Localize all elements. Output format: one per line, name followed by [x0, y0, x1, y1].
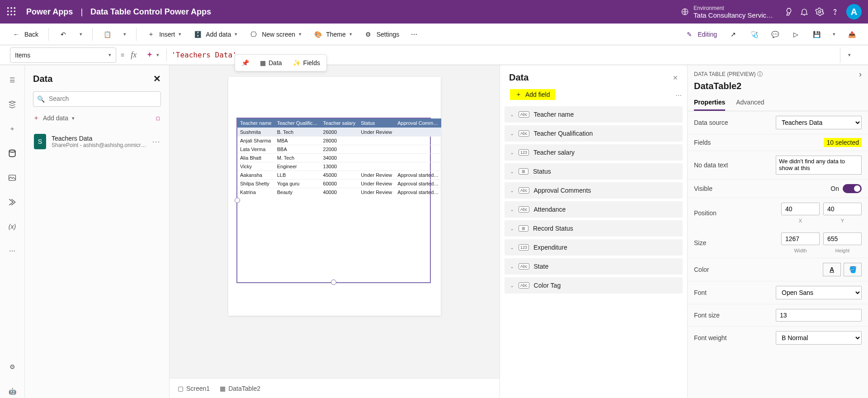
property-selector[interactable]: Items ▾	[10, 47, 116, 63]
insert-tab-icon[interactable]: ＋	[5, 122, 19, 136]
hamburger-icon[interactable]: ☰	[5, 73, 19, 87]
field-item[interactable]: ⌄AbcTeacher name	[505, 106, 683, 123]
breadcrumb-control[interactable]: ▦DataTable2	[220, 385, 260, 392]
more-icon[interactable]: ⋯	[5, 244, 19, 258]
variables-icon[interactable]: (x)	[5, 220, 19, 233]
close-icon[interactable]: ✕	[673, 74, 678, 81]
virtual-agent-icon[interactable]: 🤖	[5, 384, 19, 398]
sharepoint-icon: S	[34, 134, 46, 149]
new-screen-button[interactable]: 🖵 New screen ▾	[245, 28, 306, 41]
table-row[interactable]: Alia BhattM. Tech34000	[237, 154, 441, 162]
field-item[interactable]: ⌄123Expenditure	[505, 239, 683, 256]
copilot-button[interactable]: ▾	[143, 51, 162, 59]
field-label: Expenditure	[533, 244, 567, 251]
ellipsis-icon[interactable]: ⋯	[675, 92, 682, 99]
play-button[interactable]: ▷	[787, 28, 805, 41]
breadcrumb-screen[interactable]: ▢Screen1	[178, 385, 210, 392]
app-launcher-icon[interactable]	[6, 6, 17, 17]
font-weight-select[interactable]: B Normal	[776, 331, 862, 345]
pos-x-input[interactable]	[781, 203, 820, 215]
pin-button[interactable]: 📌	[237, 57, 254, 69]
tab-advanced[interactable]: Advanced	[736, 95, 764, 111]
data-tab-icon[interactable]	[5, 147, 19, 160]
fields-menu-button[interactable]: ✨ Fields	[288, 57, 325, 69]
paste-button[interactable]: 📋	[98, 28, 116, 41]
table-row[interactable]: Shilpa ShettyYoga guru60000Under ReviewA…	[237, 180, 441, 188]
ribbon-overflow[interactable]: ⋯	[406, 29, 422, 40]
media-tab-icon[interactable]	[5, 171, 19, 185]
help-icon[interactable]	[827, 4, 843, 19]
height-input[interactable]	[823, 232, 862, 245]
avatar[interactable]: A	[846, 4, 862, 19]
column-header[interactable]: Status	[358, 118, 395, 128]
column-header[interactable]: Teacher name	[237, 118, 274, 128]
insert-button[interactable]: ＋ Insert ▾	[142, 28, 186, 41]
field-item[interactable]: ⌄⊞Record Status	[505, 220, 683, 237]
share-button[interactable]: ↗	[724, 28, 742, 41]
app-checker-button[interactable]: 🩺	[745, 28, 763, 41]
add-data-button[interactable]: 🗄️ Add data ▾	[189, 28, 242, 41]
add-field-button[interactable]: ＋ Add field	[510, 89, 555, 100]
width-input[interactable]	[781, 232, 820, 245]
copilot-icon[interactable]	[781, 4, 797, 19]
table-row[interactable]: AakanshaLLB45000Under ReviewApproval sta…	[237, 171, 441, 180]
column-header[interactable]: Teacher Qualific…	[274, 118, 321, 128]
table-row[interactable]: KatrinaBeauty40000Under ReviewApproval s…	[237, 188, 441, 197]
back-button[interactable]: ← Back	[7, 28, 43, 41]
field-item[interactable]: ⌄AbcAttendance	[505, 201, 683, 218]
info-icon[interactable]: ⓘ	[757, 71, 763, 77]
save-button[interactable]: 💾	[807, 28, 826, 41]
table-icon: ▦	[220, 385, 226, 392]
editing-mode-button[interactable]: ✎ Editing	[680, 28, 722, 41]
expand-formula[interactable]: ▾	[840, 47, 858, 63]
save-split[interactable]: ▾	[828, 29, 840, 39]
table-row[interactable]: SushmitaB. Tech26000Under Review	[237, 128, 441, 137]
settings-button[interactable]: ⚙ Settings	[359, 28, 404, 41]
column-header[interactable]: Teacher salary	[321, 118, 359, 128]
table-row[interactable]: Anjali SharmaMBA28000	[237, 137, 441, 145]
environment-picker[interactable]: Environment Tata Consultancy Servic…	[681, 5, 773, 19]
tab-properties[interactable]: Properties	[694, 95, 725, 111]
edit-fields-link[interactable]: 10 selected	[824, 139, 862, 146]
undo-split[interactable]: ▾	[75, 29, 87, 39]
font-color-picker[interactable]: A	[823, 263, 841, 276]
expand-icon[interactable]: ›	[859, 70, 862, 79]
undo-button[interactable]: ↶	[54, 28, 72, 41]
fill-color-picker[interactable]: 🪣	[844, 263, 862, 276]
settings-icon[interactable]	[812, 4, 827, 19]
visible-toggle[interactable]	[843, 184, 862, 193]
theme-button[interactable]: 🎨 Theme ▾	[309, 28, 357, 41]
tree-view-icon[interactable]	[5, 98, 19, 111]
comments-button[interactable]: 💬	[766, 28, 784, 41]
close-icon[interactable]: ✕	[153, 73, 161, 84]
paste-split[interactable]: ▾	[119, 29, 131, 39]
search-input[interactable]	[48, 95, 157, 103]
ellipsis-icon[interactable]: ⋯	[152, 137, 160, 147]
power-automate-icon[interactable]	[5, 195, 19, 209]
field-item[interactable]: ⌄AbcApproval Comments	[505, 182, 683, 199]
datatable-control[interactable]: Teacher nameTeacher Qualific…Teacher sal…	[236, 118, 431, 283]
canvas[interactable]: 📌 ▦ Data ✨ Fields Teacher nameTeacher Qu…	[170, 65, 500, 398]
data-source-item[interactable]: S Teachers Data SharePoint - ashish@ashi…	[33, 131, 161, 152]
add-data-link[interactable]: ＋ Add data ▾ ◇	[33, 113, 161, 123]
field-item[interactable]: ⌄AbcColor Tag	[505, 277, 683, 294]
search-input-wrapper[interactable]: 🔍	[33, 91, 161, 107]
fields-panel-title: Data	[509, 72, 528, 83]
data-menu-button[interactable]: ▦ Data	[255, 57, 287, 69]
eraser-icon[interactable]: ◇	[154, 114, 163, 122]
table-row[interactable]: Lata VermaBBA22000	[237, 145, 441, 154]
field-item[interactable]: ⌄AbcState	[505, 258, 683, 275]
font-size-input[interactable]	[776, 309, 862, 322]
notifications-icon[interactable]	[797, 4, 812, 19]
field-item[interactable]: ⌄AbcTeacher Qualification	[505, 125, 683, 142]
publish-button[interactable]: 📤	[843, 28, 861, 41]
settings-tab-icon[interactable]: ⚙	[5, 360, 19, 374]
prop-data-source-select[interactable]: Teachers Data	[776, 116, 862, 129]
column-header[interactable]: Approval Comm…	[395, 118, 441, 128]
font-select[interactable]: Open Sans	[776, 286, 862, 299]
table-row[interactable]: VickyEngineer13000	[237, 162, 441, 171]
pos-y-input[interactable]	[823, 203, 862, 215]
field-item[interactable]: ⌄⊞Status	[505, 163, 683, 180]
field-item[interactable]: ⌄123Teacher salary	[505, 144, 683, 161]
prop-nodata-input[interactable]: We didn't find any data to show at this	[776, 156, 862, 175]
